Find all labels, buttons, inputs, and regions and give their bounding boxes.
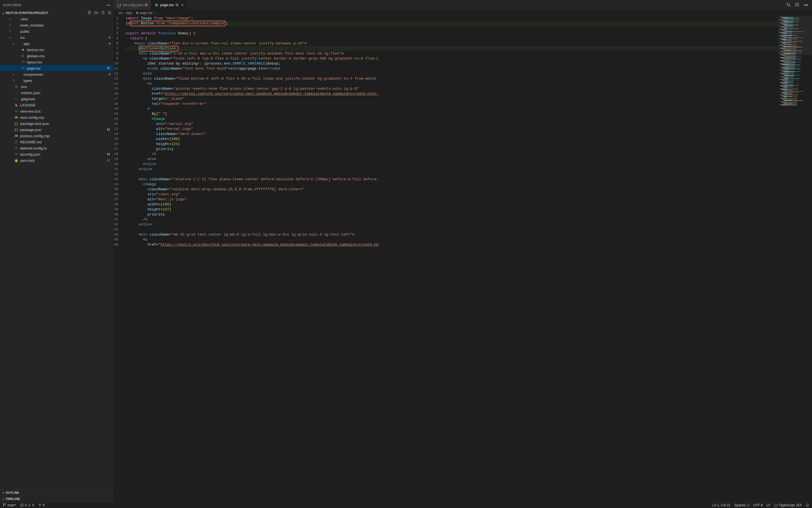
chevron-right-icon: ›	[124, 11, 125, 15]
file-row[interactable]: #globals.css	[0, 53, 114, 59]
scm-badge: M	[106, 128, 111, 132]
code-editor[interactable]: 1234567891011121314151617181920212223242…	[114, 16, 778, 502]
file-name: globals.css	[27, 54, 111, 58]
file-row[interactable]: 🔒yarn.lockU	[0, 157, 114, 164]
file-name: page.tsx	[27, 66, 105, 71]
chevron-down-icon: ⌄	[1, 11, 6, 15]
branch-name: main*	[7, 503, 16, 507]
branch-indicator[interactable]: main*	[3, 503, 16, 507]
svg-point-1	[156, 4, 157, 5]
warning-icon: ⚠	[28, 503, 31, 507]
ts-icon: TS	[14, 109, 18, 114]
tab-tsconfig[interactable]: { } tsconfig.json M	[114, 0, 151, 10]
file-row[interactable]: JSpostcss.config.mjs	[0, 133, 114, 139]
tab-modified-badge: M	[145, 3, 147, 7]
chevron-right-icon: ›	[1, 497, 6, 501]
folder-row[interactable]: ›public	[0, 28, 114, 34]
svg-point-13	[3, 505, 4, 506]
ts-icon: TS	[14, 152, 18, 157]
breadcrumb-segment[interactable]: ...	[156, 11, 159, 15]
more-actions-icon[interactable]: •••	[804, 2, 808, 7]
indentation-status[interactable]: Spaces: 2	[734, 503, 749, 507]
ports-count: 0	[43, 503, 45, 507]
language-mode[interactable]: { } TypeScript JSX	[775, 503, 802, 507]
tab-page-tsx[interactable]: page.tsx M ×	[151, 0, 187, 10]
folder-row[interactable]: ›components	[0, 71, 114, 77]
file-name: app	[24, 42, 107, 46]
file-name: types	[24, 79, 111, 83]
branch-icon	[3, 503, 6, 507]
folder-row[interactable]: ›types	[0, 77, 114, 84]
close-icon[interactable]: ×	[181, 3, 183, 7]
file-tree[interactable]: ›.next›node_modules›public⌄src⌄app★favic…	[0, 16, 114, 489]
breadcrumb-segment[interactable]: src	[119, 11, 123, 15]
breadcrumb-segment[interactable]: app	[126, 11, 132, 15]
svg-point-15	[39, 504, 40, 504]
encoding-status[interactable]: UTF-8	[753, 503, 763, 507]
folder-icon	[17, 41, 22, 46]
eol-status[interactable]: LF	[767, 503, 771, 507]
file-row[interactable]: ⓘREADME.md	[0, 139, 114, 145]
file-row[interactable]: TStailwind.config.ts	[0, 145, 114, 151]
breadcrumbs[interactable]: src › app › page.tsx › ...	[114, 10, 812, 16]
collapse-all-icon[interactable]	[108, 11, 112, 15]
split-editor-icon[interactable]	[795, 2, 799, 7]
file-name: .gitignore	[20, 97, 111, 101]
folder-icon	[14, 17, 18, 21]
chevron-right-icon: ›	[154, 11, 155, 15]
svg-point-5	[787, 3, 788, 4]
hash-icon: #	[21, 54, 25, 58]
new-folder-icon[interactable]	[94, 11, 98, 15]
compare-changes-icon[interactable]	[786, 2, 790, 7]
notifications-icon[interactable]	[806, 503, 809, 507]
svg-rect-0	[109, 11, 111, 13]
file-name: .env	[20, 85, 111, 89]
minimap[interactable]	[778, 16, 812, 502]
new-file-icon[interactable]	[87, 11, 91, 15]
outline-section-header[interactable]: › OUTLINE	[0, 490, 114, 496]
ports-indicator[interactable]: 0	[38, 503, 45, 507]
folder-row[interactable]: ⌄src	[0, 34, 114, 41]
timeline-section-header[interactable]: › TIMELINE	[0, 496, 114, 502]
warning-count: 0	[32, 503, 34, 507]
file-row[interactable]: TStsconfig.jsonM	[0, 151, 114, 157]
file-row[interactable]: TSpage.tsxM	[0, 65, 114, 71]
chevron-down-icon: ⌄	[11, 42, 16, 46]
file-row[interactable]: 🔖LICENSE	[0, 102, 114, 108]
file-row[interactable]: { }package.jsonM	[0, 127, 114, 133]
file-row[interactable]: ★favicon.ico	[0, 47, 114, 53]
chevron-right-icon: ›	[11, 79, 16, 82]
react-file-icon	[135, 11, 139, 14]
file-row[interactable]: ⚙.env	[0, 84, 114, 90]
folder-row[interactable]: ›.next	[0, 16, 114, 22]
file-row[interactable]: { }package-lock.json	[0, 120, 114, 127]
chevron-right-icon: ›	[11, 72, 16, 76]
cursor-position[interactable]: Ln 1, Col 31	[713, 503, 731, 507]
file-row[interactable]: ◌.eslintrc.json	[0, 90, 114, 96]
chevron-right-icon: ›	[8, 23, 12, 27]
info-icon: ⓘ	[14, 140, 18, 144]
refresh-icon[interactable]	[101, 11, 105, 15]
file-name: node_modules	[20, 23, 111, 28]
folder-row[interactable]: ›node_modules	[0, 22, 114, 28]
chevron-down-icon: ⌄	[8, 36, 12, 39]
file-name: postcss.config.mjs	[20, 134, 111, 138]
file-name: next-env.d.ts	[20, 109, 111, 114]
explorer-more-icon[interactable]: •••	[107, 3, 111, 7]
folder-row[interactable]: ⌄app	[0, 41, 114, 47]
file-row[interactable]: JSnext.config.mjs	[0, 114, 114, 120]
code-content[interactable]: import Image from "next/image";import Bu…	[126, 16, 778, 247]
file-row[interactable]: TSlayout.tsx	[0, 59, 114, 65]
file-name: public	[20, 29, 111, 34]
problems-indicator[interactable]: ⓧ 0 ⚠ 0	[20, 503, 34, 508]
tab-label: page.tsx	[160, 3, 174, 7]
file-row[interactable]: TSnext-env.d.ts	[0, 108, 114, 114]
breadcrumb-segment[interactable]: page.tsx	[140, 11, 153, 15]
chevron-right-icon: ›	[133, 11, 134, 15]
file-name: src	[20, 36, 107, 40]
js-icon: JS	[14, 115, 18, 120]
ts-icon: TS	[21, 66, 25, 71]
scm-badge: U	[106, 159, 111, 162]
project-section-header[interactable]: ⌄ NEXTJS-STARTER-PROJECT	[0, 10, 114, 16]
file-row[interactable]: ◌.gitignore	[0, 96, 114, 102]
